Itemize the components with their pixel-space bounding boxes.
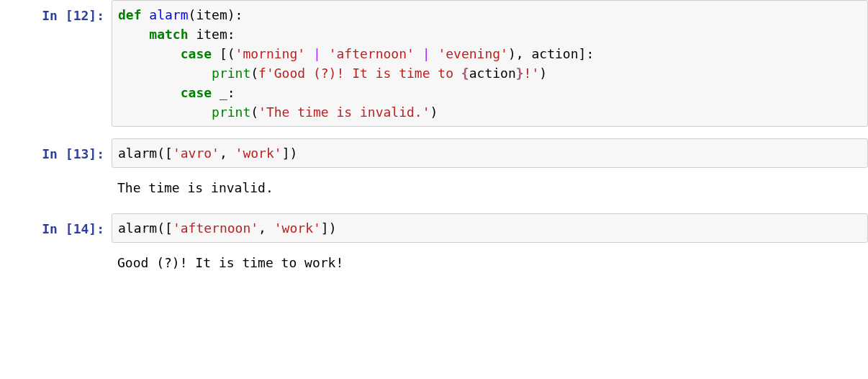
paren-close: ): [430, 104, 438, 120]
output-prompt-spacer: [0, 249, 112, 254]
space: [266, 220, 274, 236]
prompt-suffix: ]:: [89, 8, 104, 23]
cell-output-14: Good (?)! It is time to work!: [0, 249, 868, 277]
prompt-number: 13: [73, 146, 89, 161]
input-prompt: In [12]:: [0, 0, 112, 25]
input-prompt: In [14]:: [0, 213, 112, 238]
kw-case: case: [181, 46, 212, 61]
space: [321, 46, 329, 61]
cell-input-13: In [13]: alarm(['avro', 'work']): [0, 138, 868, 168]
prompt-number: 12: [73, 8, 89, 23]
indent: [118, 46, 181, 61]
space: [415, 46, 422, 61]
cell-input-14: In [14]: alarm(['afternoon', 'work']): [0, 213, 868, 243]
indent: [118, 27, 149, 42]
prompt-suffix: ]:: [89, 221, 104, 236]
param: item: [196, 7, 227, 22]
prompt-number: 14: [73, 221, 89, 236]
str-evening: 'evening': [438, 46, 508, 61]
prompt-prefix: In [: [42, 146, 73, 161]
arg-close: ]): [321, 220, 337, 236]
indent: [118, 66, 212, 81]
colon: :: [586, 46, 594, 61]
arg-s1: 'avro': [173, 146, 220, 161]
underscore: _: [220, 85, 227, 100]
f-prefix: f: [258, 66, 266, 81]
prompt-prefix: In [: [42, 221, 73, 236]
space: [142, 7, 150, 22]
paren-open: (: [189, 7, 196, 22]
arg-s2: 'work': [274, 220, 321, 236]
fn-name: alarm: [149, 7, 188, 22]
str-invalid: 'The time is invalid.': [258, 104, 430, 120]
output-text: The time is invalid.: [112, 174, 868, 202]
fstr-open: ': [266, 66, 274, 81]
rparen: ): [508, 46, 516, 61]
kw-case: case: [181, 85, 212, 100]
arg-close: ]): [282, 146, 298, 161]
pipe-op: |: [313, 46, 321, 61]
output-prompt-spacer: [0, 174, 112, 179]
space: [212, 46, 220, 61]
colon: :: [227, 85, 235, 100]
space: [430, 46, 438, 61]
call-fn: alarm: [118, 146, 157, 161]
cell-input-12: In [12]: def alarm(item): match item: ca…: [0, 0, 868, 127]
space: [189, 27, 196, 42]
paren-close: ): [539, 66, 547, 81]
prompt-suffix: ]:: [89, 146, 104, 161]
code-input-area[interactable]: alarm(['afternoon', 'work']): [112, 213, 868, 243]
action-id: action: [532, 46, 579, 61]
indent: [118, 104, 212, 120]
pipe-op: |: [422, 46, 430, 61]
space: [227, 146, 235, 161]
rbracket: ]: [579, 46, 587, 61]
code-input-area[interactable]: def alarm(item): match item: case [('mor…: [112, 0, 868, 127]
comma: ,: [220, 146, 227, 161]
interp-lbrace: {: [461, 66, 469, 81]
fstr-close: ': [531, 66, 539, 81]
colon: :: [235, 7, 243, 22]
paren-close: ): [227, 7, 235, 22]
space: [305, 46, 313, 61]
fstr-part1: Good (?)! It is time to: [274, 66, 461, 81]
colon: :: [227, 27, 235, 42]
interp-name: action: [469, 66, 516, 81]
prompt-prefix: In [: [42, 8, 73, 23]
arg-open: ([: [157, 220, 173, 236]
arg-s1: 'afternoon': [173, 220, 258, 236]
comma: ,: [516, 46, 524, 61]
code-input-area[interactable]: alarm(['avro', 'work']): [112, 138, 868, 168]
output-text: Good (?)! It is time to work!: [112, 249, 868, 277]
lbracket: [: [220, 46, 227, 61]
arg-s2: 'work': [235, 146, 282, 161]
str-afternoon: 'afternoon': [329, 46, 415, 61]
str-morning: 'morning': [235, 46, 306, 61]
interp-rbrace: }: [516, 66, 524, 81]
paren-open: (: [250, 66, 258, 81]
space: [524, 46, 532, 61]
arg-open: ([: [157, 146, 173, 161]
builtin-print: print: [212, 104, 250, 120]
indent: [118, 85, 181, 100]
builtin-print: print: [212, 66, 250, 81]
cell-output-13: The time is invalid.: [0, 174, 868, 202]
kw-match: match: [149, 27, 188, 42]
match-subject: item: [196, 27, 227, 42]
comma: ,: [258, 220, 266, 236]
kw-def: def: [118, 7, 142, 22]
input-prompt: In [13]:: [0, 138, 112, 164]
space: [212, 85, 220, 100]
fstr-part2: !: [524, 66, 532, 81]
paren-open: (: [250, 104, 258, 120]
call-fn: alarm: [118, 220, 157, 236]
lparen: (: [227, 46, 235, 61]
